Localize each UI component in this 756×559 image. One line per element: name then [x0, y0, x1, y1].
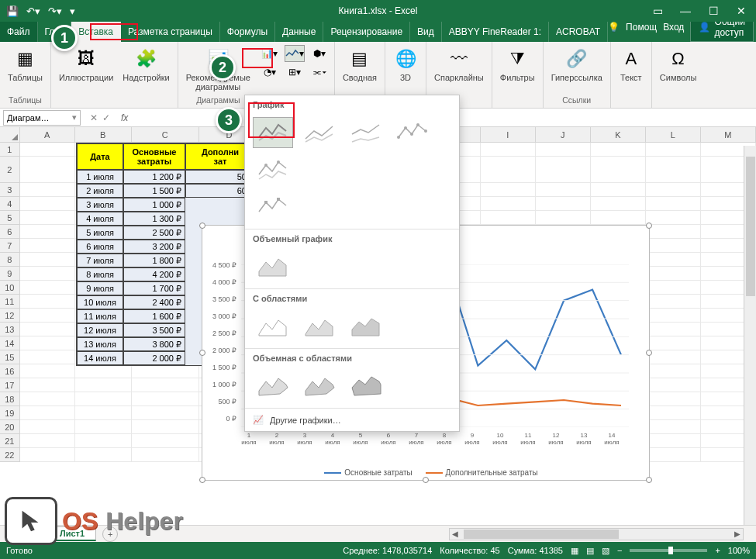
cell[interactable]	[536, 211, 591, 225]
row-22[interactable]: 22	[0, 448, 20, 462]
cell[interactable]	[20, 197, 75, 211]
cell[interactable]	[20, 420, 75, 434]
cell[interactable]	[132, 448, 199, 462]
col-M[interactable]: M	[701, 127, 756, 142]
cell[interactable]	[132, 364, 199, 378]
cell[interactable]	[646, 420, 701, 434]
minimize-icon[interactable]: —	[678, 5, 692, 17]
zoom-in-icon[interactable]: +	[715, 546, 720, 555]
enter-formula-icon[interactable]: ✓	[102, 112, 110, 123]
cell[interactable]	[20, 183, 75, 197]
name-box[interactable]: Диаграм…▾	[3, 110, 81, 126]
cell-date[interactable]: 3 июля	[77, 198, 123, 212]
cell-date[interactable]: 6 июля	[77, 240, 123, 254]
cell[interactable]	[481, 157, 536, 183]
cell[interactable]	[20, 350, 75, 364]
col-K[interactable]: K	[591, 127, 646, 142]
cell[interactable]	[481, 183, 536, 197]
row-8[interactable]: 8	[0, 253, 20, 267]
maximize-icon[interactable]: ☐	[706, 5, 720, 17]
cell[interactable]	[132, 406, 199, 420]
cell[interactable]	[646, 323, 701, 336]
row-17[interactable]: 17	[0, 378, 20, 392]
cell[interactable]	[646, 406, 701, 420]
cell-main[interactable]: 3 800 ₽	[123, 337, 185, 351]
horizontal-scrollbar[interactable]: ◀▶	[449, 528, 744, 540]
chart-hierarchy-icon[interactable]: ⬢▾	[309, 45, 330, 62]
cell[interactable]	[646, 197, 701, 211]
cell[interactable]	[20, 434, 75, 448]
cell[interactable]	[75, 378, 132, 392]
cell[interactable]	[75, 406, 132, 420]
addins-button[interactable]: 🧩Надстройки	[119, 45, 172, 84]
cell[interactable]	[20, 364, 75, 378]
cell[interactable]	[646, 211, 701, 225]
cell[interactable]	[20, 143, 75, 157]
cell[interactable]	[20, 448, 75, 462]
view-normal-icon[interactable]: ▦	[571, 546, 578, 556]
row-9[interactable]: 9	[0, 267, 20, 281]
cell[interactable]	[20, 267, 75, 281]
symbols-button[interactable]: ΩСимволы	[657, 45, 700, 84]
cell[interactable]	[75, 448, 132, 462]
cell[interactable]	[75, 434, 132, 448]
cell[interactable]	[20, 211, 75, 225]
cell-date[interactable]: 12 июля	[77, 323, 123, 337]
view-page-icon[interactable]: ▤	[586, 546, 594, 556]
chart-option-3d-line[interactable]	[253, 251, 293, 282]
cell-date[interactable]: 7 июля	[77, 254, 123, 267]
cell-date[interactable]: 1 июля	[77, 170, 123, 184]
chart-option-3d-area-100[interactable]	[346, 371, 386, 402]
cell[interactable]	[646, 253, 701, 267]
cell[interactable]	[646, 434, 701, 448]
cell[interactable]	[536, 157, 591, 183]
cell[interactable]	[591, 183, 646, 197]
cell[interactable]	[646, 295, 701, 309]
cell[interactable]	[646, 225, 701, 239]
cell[interactable]	[591, 211, 646, 225]
row-10[interactable]: 10	[0, 281, 20, 295]
cell-date[interactable]: 9 июля	[77, 281, 123, 295]
cell[interactable]	[646, 336, 701, 350]
cell[interactable]	[20, 323, 75, 336]
row-20[interactable]: 20	[0, 420, 20, 434]
cell[interactable]	[481, 197, 536, 211]
chart-option-3d-area-stacked[interactable]	[299, 371, 340, 402]
cell[interactable]	[75, 392, 132, 406]
filters-button[interactable]: ⧩Фильтры	[497, 45, 538, 84]
cell-date[interactable]: 5 июля	[77, 226, 123, 240]
row-21[interactable]: 21	[0, 434, 20, 448]
cell[interactable]	[646, 350, 701, 364]
cell[interactable]	[536, 143, 591, 157]
sparklines-button[interactable]: 〰Спарклайны	[431, 45, 487, 84]
cell[interactable]	[20, 378, 75, 392]
cell[interactable]	[481, 143, 536, 157]
cell[interactable]	[646, 157, 701, 183]
row-2[interactable]: 2	[0, 157, 20, 183]
tab-abbyy[interactable]: ABBYY FineReader 1:	[442, 22, 549, 42]
chart-option-line-100[interactable]	[346, 117, 386, 148]
row-19[interactable]: 19	[0, 406, 20, 420]
cell[interactable]	[75, 364, 132, 378]
cell-date[interactable]: 4 июля	[77, 212, 123, 226]
cell-main[interactable]: 1 800 ₽	[123, 254, 185, 267]
cell-main[interactable]: 1 700 ₽	[123, 281, 185, 295]
cell-main[interactable]: 2 400 ₽	[123, 295, 185, 309]
pivot-chart-button[interactable]: ▤Сводная	[340, 45, 380, 84]
cancel-formula-icon[interactable]: ✕	[90, 112, 98, 123]
ribbon-options-icon[interactable]: ▭	[651, 5, 665, 17]
row-4[interactable]: 4	[0, 197, 20, 211]
cell[interactable]	[75, 420, 132, 434]
qat-customize-icon[interactable]: ▾	[70, 5, 75, 17]
cell[interactable]	[132, 378, 199, 392]
row-11[interactable]: 11	[0, 295, 20, 309]
chart-option-3d-area[interactable]	[253, 371, 293, 402]
cell[interactable]	[20, 253, 75, 267]
cell-main[interactable]: 2 000 ₽	[123, 351, 185, 365]
cell[interactable]	[646, 267, 701, 281]
col-J[interactable]: J	[536, 127, 591, 142]
tab-formulas[interactable]: Формулы	[220, 22, 275, 42]
zoom-slider[interactable]	[630, 549, 707, 552]
row-7[interactable]: 7	[0, 239, 20, 253]
cell[interactable]	[536, 197, 591, 211]
